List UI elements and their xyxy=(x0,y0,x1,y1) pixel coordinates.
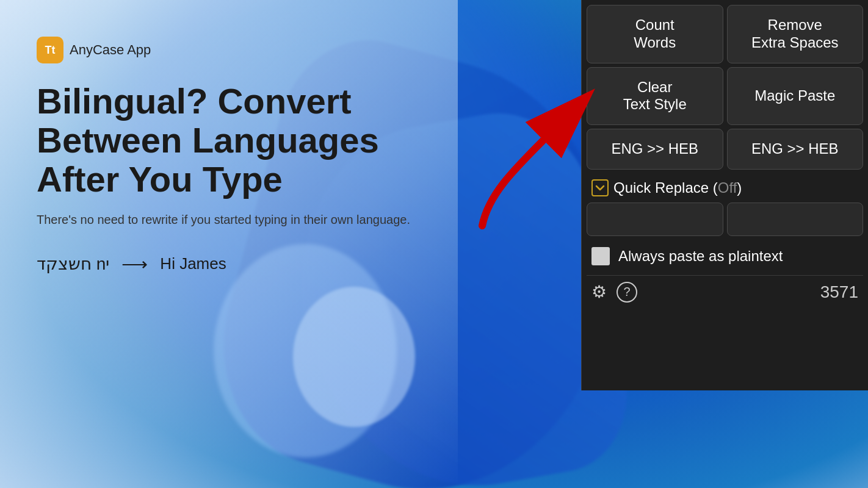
clear-text-style-button[interactable]: ClearText Style xyxy=(587,67,723,126)
remove-extra-spaces-button[interactable]: RemoveExtra Spaces xyxy=(727,5,864,63)
count-words-button[interactable]: CountWords xyxy=(587,5,723,63)
plaintext-row: Always paste as plaintext xyxy=(587,240,863,273)
eng-heb-left-button[interactable]: ENG >> HEB xyxy=(587,129,723,170)
demo-hebrew: יn חשצקד xyxy=(37,254,109,274)
app-logo: Tt AnyCase App xyxy=(37,37,421,63)
help-icon[interactable]: ? xyxy=(617,282,637,303)
language-demo: יn חשצקד ⟶ Hi James xyxy=(37,253,421,274)
menu-footer: ⚙ ? 3571 xyxy=(587,275,863,307)
quick-replace-label: Quick Replace (Off) xyxy=(613,179,742,196)
page-subheadline: There's no need to rewrite if you starte… xyxy=(37,210,421,229)
quick-replace-status: Off xyxy=(718,179,737,196)
menu-row-2: ClearText Style Magic Paste xyxy=(587,67,863,126)
menu-row-1: CountWords RemoveExtra Spaces xyxy=(587,5,863,63)
quick-replace-row: Quick Replace (Off) xyxy=(587,173,863,203)
quick-replace-icon[interactable] xyxy=(591,179,609,196)
footer-icons: ⚙ ? xyxy=(591,282,637,303)
app-logo-icon: Tt xyxy=(37,37,63,63)
quick-replace-input-right[interactable] xyxy=(727,203,864,236)
menu-row-3: ENG >> HEB ENG >> HEB xyxy=(587,129,863,170)
menu-inputs-row xyxy=(587,203,863,236)
app-name: AnyCase App xyxy=(70,42,151,58)
context-menu: CountWords RemoveExtra Spaces ClearText … xyxy=(581,0,868,390)
logo-text: Tt xyxy=(45,44,56,57)
settings-icon[interactable]: ⚙ xyxy=(591,282,607,302)
plaintext-label: Always paste as plaintext xyxy=(618,248,783,265)
footer-count: 3571 xyxy=(820,282,858,302)
page-headline: Bilingual? Convert Between Languages Aft… xyxy=(37,82,421,198)
app-content: Tt AnyCase App Bilingual? Convert Betwee… xyxy=(0,0,458,311)
plaintext-checkbox[interactable] xyxy=(591,247,610,265)
demo-arrow: ⟶ xyxy=(121,253,148,274)
demo-english: Hi James xyxy=(160,254,226,273)
magic-paste-button[interactable]: Magic Paste xyxy=(727,67,864,126)
eng-heb-right-button[interactable]: ENG >> HEB xyxy=(727,129,864,170)
headline-text: Bilingual? Convert Between Languages Aft… xyxy=(37,81,379,199)
quick-replace-input-left[interactable] xyxy=(587,203,723,236)
